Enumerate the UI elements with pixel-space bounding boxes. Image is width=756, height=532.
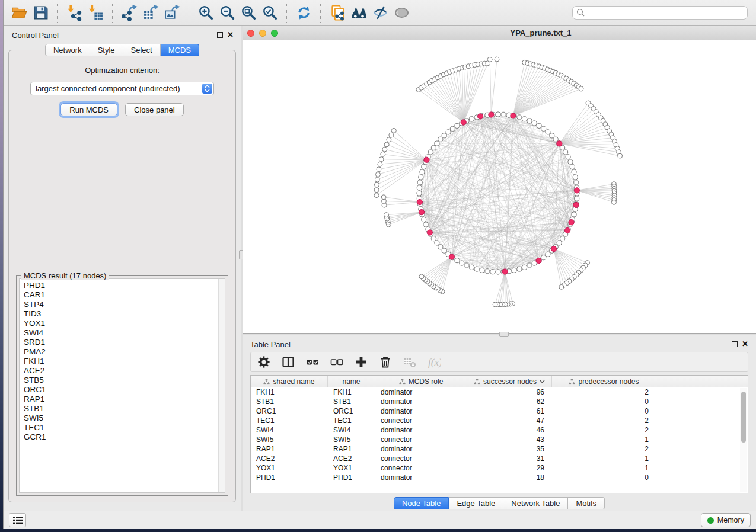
table-row[interactable]: RAP1RAP1dominator352 [251,444,748,454]
graph-node[interactable] [469,265,474,270]
graph-node[interactable] [480,268,484,273]
tab-edge-table[interactable]: Edge Table [449,497,503,509]
table-row[interactable]: SWI4SWI4dominator462 [251,425,748,435]
zoom-selected-button[interactable] [259,2,280,24]
graph-node[interactable] [419,274,424,279]
graph-node[interactable] [435,141,439,146]
show-hidden-button[interactable] [391,2,412,24]
graph-node[interactable] [377,167,381,172]
table-row[interactable]: FKH1FKH1dominator962 [251,387,748,397]
search-network-button[interactable] [348,2,369,24]
window-close-button[interactable] [247,30,254,37]
graph-node[interactable] [490,270,495,274]
table-row[interactable]: STB1STB1dominator620 [251,397,748,406]
graph-node[interactable] [496,270,500,274]
graph-node[interactable] [618,153,623,158]
close-panel-icon[interactable]: ✕ [742,341,748,347]
graph-node[interactable] [550,133,554,138]
graph-hub-node[interactable] [461,120,466,125]
optimization-dropdown[interactable]: largest connected component (undirected) [30,82,214,95]
network-view-canvas[interactable] [243,40,756,333]
mcds-result-item[interactable]: TID3 [24,309,218,319]
graph-node[interactable] [420,169,425,174]
graph-node[interactable] [541,126,546,131]
graph-node[interactable] [417,180,422,185]
add-column-button[interactable] [354,355,368,369]
graph-node[interactable] [496,112,500,117]
search-input[interactable] [572,6,748,20]
graph-node[interactable] [559,284,564,289]
graph-hub-node[interactable] [417,199,422,204]
graph-node[interactable] [553,137,558,142]
graph-node[interactable] [522,117,527,121]
graph-hub-node[interactable] [574,188,579,193]
column-header-predecessor-nodes[interactable]: predecessor nodes [552,376,656,387]
export-image-button[interactable] [161,2,183,24]
tab-network[interactable]: Network [45,44,90,56]
graph-node[interactable] [455,123,460,128]
window-zoom-button[interactable] [271,30,278,37]
window-minimize-button[interactable] [259,30,266,37]
graph-node[interactable] [495,57,499,62]
run-mcds-button[interactable]: Run MCDS [60,103,117,116]
save-session-button[interactable] [30,2,51,24]
graph-hub-node[interactable] [424,157,429,162]
graph-node[interactable] [469,117,474,121]
graph-node[interactable] [546,130,550,134]
table-row[interactable]: SWI5SWI5connector431 [251,435,748,444]
graph-node[interactable] [487,57,492,62]
mcds-result-item[interactable]: SWI5 [24,414,218,423]
export-network-button[interactable] [119,2,140,24]
graph-node[interactable] [527,263,532,268]
graph-node[interactable] [384,142,389,147]
tab-network-table[interactable]: Network Table [503,497,568,509]
graph-node[interactable] [572,212,576,217]
graph-hub-node[interactable] [449,254,454,259]
graph-node[interactable] [391,128,396,133]
graph-node[interactable] [417,185,422,190]
tab-mcds[interactable]: MCDS [161,44,199,56]
settings-button[interactable] [257,355,271,369]
graph-node[interactable] [375,172,380,177]
graph-hub-node[interactable] [565,227,570,233]
zoom-fit-content-button[interactable] [238,2,259,24]
column-header-successor-nodes[interactable]: successor nodes [467,376,552,387]
graph-node[interactable] [446,130,451,134]
splitter-grip[interactable] [499,332,509,337]
graph-node[interactable] [574,180,579,185]
graph-node[interactable] [474,267,479,271]
graph-node[interactable] [579,86,583,91]
graph-node[interactable] [438,137,443,142]
select-all-button[interactable] [305,355,320,369]
graph-node[interactable] [573,175,578,180]
graph-hub-node[interactable] [489,112,494,117]
graph-node[interactable] [455,258,460,263]
graph-node[interactable] [422,164,426,169]
memory-button[interactable]: Memory [701,513,751,527]
graph-node[interactable] [375,177,379,182]
graph-node[interactable] [485,269,490,274]
graph-node[interactable] [374,188,379,193]
graph-node[interactable] [428,150,433,155]
table-row[interactable]: ORC1ORC1dominator610 [251,406,748,416]
graph-node[interactable] [566,155,570,159]
mcds-result-item[interactable]: SRD1 [24,338,218,347]
table-scrollbar[interactable] [740,388,747,492]
graph-node[interactable] [501,112,506,117]
mcds-result-item[interactable]: CAR1 [24,290,218,300]
import-network-button[interactable] [63,2,85,24]
mcds-list-scrollbar[interactable] [218,279,225,492]
graph-node[interactable] [389,133,394,137]
network-graph[interactable] [243,40,756,333]
horizontal-splitter[interactable] [243,333,756,335]
graph-node[interactable] [442,248,446,253]
table-row[interactable]: ACE2ACE2connector311 [251,454,748,463]
graph-node[interactable] [387,137,391,142]
graph-node[interactable] [572,169,576,174]
tab-style[interactable]: Style [90,44,123,56]
refresh-view-button[interactable] [293,2,314,24]
column-header-MCDS-role[interactable]: MCDS role [375,376,467,387]
graph-node[interactable] [374,182,379,187]
mcds-result-item[interactable]: GCR1 [24,432,218,442]
graph-node[interactable] [570,164,575,169]
